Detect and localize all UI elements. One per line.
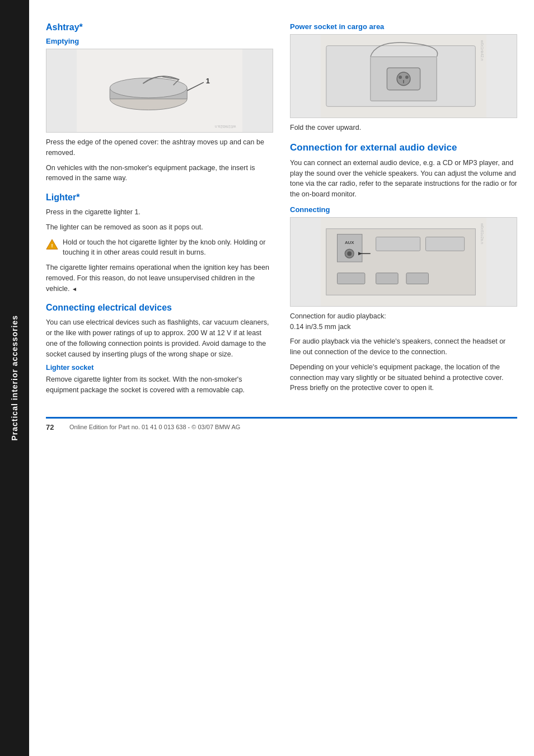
lighter-para2: The lighter can be removed as soon as it… <box>46 222 273 233</box>
svg-text:w0c61u2a.n: w0c61u2a.n <box>480 223 484 244</box>
main-content: Ashtray* Emptying <box>29 0 534 756</box>
svg-text:w01hkb2a.n: w01hkb2a.n <box>215 125 236 129</box>
svg-text:AUX: AUX <box>345 240 354 245</box>
left-column: Ashtray* Emptying <box>46 22 273 400</box>
svg-point-12 <box>397 72 410 86</box>
page-container: Practical interior accessories Ashtray* … <box>0 0 534 756</box>
svg-rect-26 <box>426 237 465 251</box>
lighter-socket-heading: Lighter socket <box>46 364 273 372</box>
connection-para3: For audio playback via the vehicle's spe… <box>290 336 517 358</box>
emptying-subheading: Emptying <box>46 37 273 45</box>
connection-audio-section: Connection for external audio device You… <box>290 142 517 393</box>
connection-audio-heading: Connection for external audio device <box>290 142 517 153</box>
footer-text: Online Edition for Part no. 01 41 0 013 … <box>69 424 240 430</box>
connection-para1-2: Connection for audio playback: 0.14 in/3… <box>290 311 517 332</box>
lighter-para1: Press in the cigarette lighter 1. <box>46 207 273 218</box>
power-socket-image: w0c1nk42.n <box>290 34 517 118</box>
end-mark <box>72 285 77 293</box>
ashtray-section: Ashtray* Emptying <box>46 22 273 184</box>
svg-text:!: ! <box>51 242 53 248</box>
ashtray-para2: On vehicles with the non-smoker's equipm… <box>46 163 273 184</box>
svg-rect-28 <box>376 273 399 284</box>
lighter-para3: The cigarette lighter remains operationa… <box>46 262 273 294</box>
warning-box: ! Hold or touch the hot cigarette lighte… <box>46 237 273 259</box>
svg-point-14 <box>405 76 409 79</box>
ashtray-image: 1 w01hkb2a.n <box>46 49 273 133</box>
top-two-col: Ashtray* Emptying <box>46 22 517 400</box>
svg-rect-27 <box>338 273 365 284</box>
connection-image: AUX <box>290 217 517 307</box>
svg-rect-29 <box>406 273 429 284</box>
svg-point-3 <box>110 78 187 98</box>
power-socket-fold-text: Fold the cover upward. <box>290 123 517 133</box>
connecting-electrical-section: Connecting electrical devices You can us… <box>46 303 273 396</box>
svg-text:w0c1nk42.n: w0c1nk42.n <box>480 40 484 61</box>
sidebar-label: Practical interior accessories <box>10 315 19 441</box>
connecting-electrical-heading: Connecting electrical devices <box>46 303 273 313</box>
footer: 72 Online Edition for Part no. 01 41 0 0… <box>46 417 517 431</box>
connecting-subheading: Connecting <box>290 205 517 214</box>
power-socket-heading: Power socket in cargo area <box>290 22 517 31</box>
svg-point-22 <box>347 251 352 256</box>
connection-audio-para1: You can connect an external audio device… <box>290 158 517 200</box>
lighter-socket-para: Remove cigarette lighter from its socket… <box>46 374 273 396</box>
connecting-electrical-para1: You can use electrical devices such as f… <box>46 317 273 359</box>
ashtray-para1: Press the edge of the opened cover: the … <box>46 137 273 158</box>
sidebar: Practical interior accessories <box>0 0 29 756</box>
svg-point-13 <box>399 76 402 79</box>
lighter-heading: Lighter* <box>46 192 273 203</box>
ashtray-heading: Ashtray* <box>46 22 273 32</box>
warning-text: Hold or touch the hot cigarette lighter … <box>63 237 273 259</box>
connection-para4: Depending on your vehicle's equipment pa… <box>290 362 517 393</box>
page-number: 72 <box>46 423 63 431</box>
power-socket-section: Power socket in cargo area <box>290 22 517 133</box>
lighter-section: Lighter* Press in the cigarette lighter … <box>46 192 273 294</box>
svg-rect-25 <box>376 237 420 251</box>
warning-icon: ! <box>46 238 58 251</box>
right-column: Power socket in cargo area <box>290 22 517 400</box>
svg-text:1: 1 <box>206 77 210 85</box>
